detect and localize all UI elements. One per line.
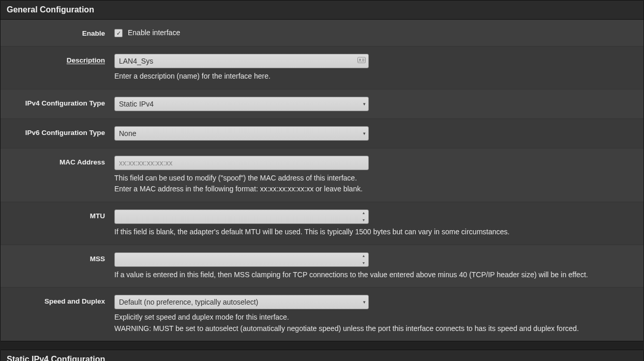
enable-row: Enable ✓ Enable interface <box>1 20 643 47</box>
mss-label: MSS <box>7 252 114 264</box>
static-ipv4-panel: Static IPv4 Configuration IPv4 Address /… <box>0 350 644 361</box>
description-label: Description <box>7 54 114 66</box>
enable-interface-label[interactable]: ✓ Enable interface <box>114 27 637 38</box>
mac-row: MAC Address This field can be used to mo… <box>1 148 643 202</box>
mss-help: If a value is entered in this field, the… <box>114 270 637 280</box>
mss-input[interactable] <box>114 252 369 267</box>
speed-help-2: WARNING: MUST be set to autoselect (auto… <box>114 324 637 334</box>
mtu-input[interactable] <box>114 209 369 224</box>
mac-input[interactable] <box>114 156 369 170</box>
ipv6-type-select[interactable] <box>114 126 369 141</box>
mtu-row: MTU ▲▼ If this field is blank, the adapt… <box>1 202 643 245</box>
description-input[interactable] <box>114 54 369 68</box>
general-configuration-panel: General Configuration Enable ✓ Enable in… <box>0 0 644 341</box>
ipv6-type-row: IPv6 Configuration Type ▾ <box>1 119 643 148</box>
speed-help-1: Explicitly set speed and duplex mode for… <box>114 312 637 323</box>
mac-label: MAC Address <box>7 156 114 168</box>
enable-label: Enable <box>7 27 114 39</box>
mtu-help: If this field is blank, the adapter's de… <box>114 227 637 237</box>
general-configuration-header: General Configuration <box>1 1 643 20</box>
mac-help-1: This field can be used to modify ("spoof… <box>114 173 637 184</box>
enable-interface-text: Enable interface <box>128 28 180 38</box>
ipv4-type-label: IPv4 Configuration Type <box>7 97 114 109</box>
enable-interface-checkbox[interactable]: ✓ <box>114 29 123 37</box>
speed-label: Speed and Duplex <box>7 295 114 307</box>
mac-help-2: Enter a MAC address in the following for… <box>114 184 637 194</box>
description-row: Description Enter a description (name) f… <box>1 47 643 89</box>
ipv6-type-label: IPv6 Configuration Type <box>7 126 114 138</box>
ipv4-type-select[interactable] <box>114 97 369 111</box>
speed-row: Speed and Duplex ▾ Explicitly set speed … <box>1 288 643 341</box>
static-ipv4-header: Static IPv4 Configuration <box>1 350 643 361</box>
description-help: Enter a description (name) for the inter… <box>114 71 637 82</box>
ipv4-type-row: IPv4 Configuration Type ▾ <box>1 89 643 119</box>
check-icon: ✓ <box>116 29 121 37</box>
mtu-label: MTU <box>7 209 114 221</box>
mss-row: MSS ▲▼ If a value is entered in this fie… <box>1 245 643 288</box>
speed-select[interactable] <box>114 295 369 309</box>
